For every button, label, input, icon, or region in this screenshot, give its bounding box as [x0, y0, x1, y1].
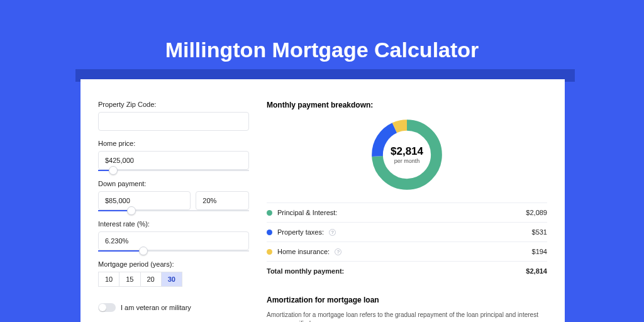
- donut-chart: $2,814 per month: [368, 116, 446, 194]
- amortization-title: Amortization for mortgage loan: [267, 296, 547, 304]
- interest-rate-slider[interactable]: [98, 250, 249, 252]
- breakdown-title: Monthly payment breakdown:: [267, 101, 547, 109]
- home-price-slider[interactable]: [98, 170, 249, 171]
- down-payment-pct-input[interactable]: [196, 191, 249, 210]
- period-label: Mortgage period (years):: [98, 260, 249, 268]
- zip-label: Property Zip Code:: [98, 101, 249, 108]
- page-title: Millington Mortgage Calculator: [0, 0, 644, 62]
- legend-row-insurance: Home insurance: ? $194: [267, 242, 547, 262]
- slider-knob[interactable]: [139, 247, 148, 255]
- legend-total-value: $2,814: [526, 267, 547, 275]
- slider-knob[interactable]: [127, 206, 136, 215]
- down-payment-label: Down payment:: [98, 180, 249, 187]
- home-price-label: Home price:: [98, 140, 249, 147]
- donut-center: $2,814 per month: [368, 116, 446, 194]
- period-option-15[interactable]: 15: [119, 272, 140, 287]
- legend-row-total: Total monthly payment: $2,814: [267, 262, 547, 280]
- donut-sub: per month: [394, 158, 420, 164]
- slider-fill: [98, 210, 131, 211]
- form-column: Property Zip Code: Home price: Down paym…: [98, 93, 249, 322]
- legend-row-taxes: Property taxes: ? $531: [267, 223, 547, 242]
- donut-amount: $2,814: [391, 145, 423, 158]
- dot-icon: [267, 249, 272, 255]
- legend-row-principal: Principal & Interest: $2,089: [267, 203, 547, 223]
- period-option-10[interactable]: 10: [98, 272, 119, 287]
- veteran-row: I am veteran or military: [98, 303, 249, 312]
- slider-knob[interactable]: [109, 166, 118, 175]
- down-payment-input[interactable]: [98, 191, 191, 210]
- slider-fill: [98, 250, 143, 252]
- amortization-text: Amortization for a mortgage loan refers …: [267, 311, 547, 322]
- period-option-30[interactable]: 30: [162, 272, 182, 287]
- stage: Millington Mortgage Calculator Property …: [0, 0, 644, 322]
- legend-value: $531: [532, 228, 547, 236]
- veteran-toggle[interactable]: [98, 303, 116, 312]
- legend-value: $2,089: [526, 209, 547, 216]
- info-icon[interactable]: ?: [329, 229, 336, 236]
- legend: Principal & Interest: $2,089 Property ta…: [267, 203, 547, 280]
- legend-label: Property taxes:: [277, 228, 324, 236]
- interest-rate-label: Interest rate (%):: [98, 220, 249, 228]
- interest-rate-input[interactable]: [98, 231, 249, 250]
- info-icon[interactable]: ?: [335, 248, 341, 255]
- legend-label: Principal & Interest:: [277, 209, 337, 216]
- period-option-20[interactable]: 20: [141, 272, 162, 287]
- down-payment-slider[interactable]: [98, 210, 249, 211]
- dot-icon: [267, 230, 272, 235]
- dot-icon: [267, 210, 272, 216]
- legend-value: $194: [532, 248, 547, 255]
- period-group: 10 15 20 30: [98, 272, 249, 287]
- zip-input[interactable]: [98, 112, 249, 131]
- veteran-label: I am veteran or military: [121, 304, 191, 311]
- legend-label: Home insurance:: [277, 248, 330, 255]
- breakdown-column: Monthly payment breakdown: $2,814 per mo…: [267, 93, 547, 322]
- donut-wrap: $2,814 per month: [267, 116, 547, 194]
- calculator-panel: Property Zip Code: Home price: Down paym…: [80, 79, 565, 322]
- legend-total-label: Total monthly payment:: [267, 267, 344, 275]
- home-price-input[interactable]: [98, 151, 249, 170]
